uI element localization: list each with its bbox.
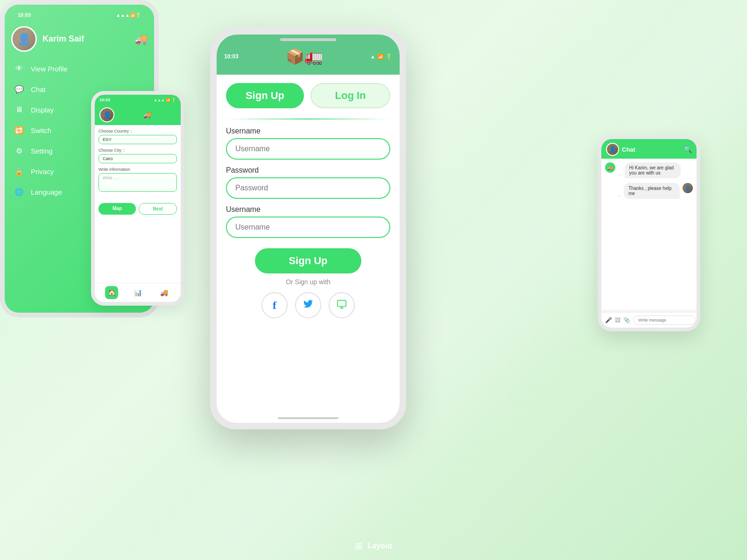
password-input[interactable] (226, 177, 390, 199)
center-time: 10:03 (224, 53, 239, 60)
other-social-icon (337, 299, 347, 312)
country-label: Choose Country :: (99, 129, 177, 133)
confirm-label: Username (226, 205, 390, 214)
overlay-time: 10:03 (99, 98, 110, 102)
form-divider (226, 119, 390, 119)
delivery-truck-icon: 📦🚛 (286, 48, 323, 65)
info-field: Write information Write ..... (99, 167, 177, 192)
gear-icon: ⚙ (14, 146, 24, 156)
display-icon: 🖥 (14, 105, 24, 115)
chat-icon: 💬 (14, 84, 24, 94)
menu-label-language: Language (31, 188, 62, 196)
twitter-icon (303, 299, 313, 312)
phone-notch (280, 38, 336, 41)
emoji-icon[interactable]: 😊 (698, 317, 700, 323)
country-field: Choose Country :: EGY (99, 129, 177, 144)
overlay-profile-row: 👤 🚚 (95, 105, 181, 125)
status-icons: ▲▲▲ 📶 🔋 (109, 9, 148, 20)
right-search-icon[interactable]: 🔍 (684, 146, 692, 153)
login-tab[interactable]: Log In (310, 83, 390, 108)
menu-label-display: Display (31, 106, 54, 114)
overlay-battery-icon: 🔋 (171, 98, 176, 102)
mic-icon[interactable]: 🎤 (605, 317, 612, 323)
country-input[interactable]: EGY (99, 135, 177, 144)
menu-label-chat: Chat (31, 85, 46, 93)
overlay-avatar: 👤 (99, 107, 114, 122)
chat-message-incoming: 🚚 ··· Hi Karim, we are glad you are with… (605, 162, 693, 178)
info-label: Write information (99, 167, 177, 172)
overlay-topbar: 10:03 ▲▲▲ 📶 🔋 (95, 95, 181, 105)
signup-tab[interactable]: Sign Up (226, 83, 304, 108)
facebook-icon: f (273, 299, 276, 312)
menu-label-switch: Switch (31, 126, 51, 134)
user-name: Karim Saif (42, 34, 129, 44)
left-time: 10:03 (11, 8, 37, 20)
or-text: Or Sign up with (226, 278, 390, 286)
truck-icon: 🚚 (135, 33, 148, 45)
right-user-avatar: 👤 (683, 183, 693, 193)
social-buttons: f (226, 292, 390, 318)
attach-icon[interactable]: 📎 (623, 317, 630, 323)
sender-icon: 🚚 (605, 162, 615, 173)
home-nav-icon[interactable]: 🏠 (105, 286, 118, 299)
center-phone: 10:03 📦🚛 ▲ 📶 🔋 Sign Up Log In Username P… (210, 28, 406, 429)
right-phone: 👤 Chat 🔍 🚚 ··· Hi Karim, we are glad you… (598, 135, 700, 331)
home-indicator (278, 417, 338, 419)
image-icon[interactable]: 🖼 (615, 317, 620, 323)
next-button[interactable]: Next (139, 203, 177, 215)
lock-icon: 🔒 (14, 166, 24, 176)
signal-icon: ▲▲▲ (116, 13, 130, 18)
overlay-buttons: Map Next (95, 199, 181, 218)
menu-item-view-profile[interactable]: 👁 View Profile (5, 58, 154, 79)
svg-rect-0 (338, 300, 346, 306)
battery-icon: 🔋 (135, 13, 141, 18)
right-topbar: 👤 Chat 🔍 (601, 139, 697, 159)
menu-label-setting: Setting (31, 147, 53, 155)
confirm-input[interactable] (226, 217, 390, 238)
overlay-content: Choose Country :: EGY Choose City :: Cai… (95, 125, 181, 199)
city-field: Choose City :: Cairo (99, 148, 177, 163)
switch-icon: 🔁 (14, 125, 24, 135)
wifi-icon: 📶 (130, 13, 135, 18)
center-screen: 10:03 📦🚛 ▲ 📶 🔋 Sign Up Log In Username P… (217, 35, 400, 423)
left-topbar: 10:03 ▲▲▲ 📶 🔋 (5, 5, 154, 21)
menu-label-view-profile: View Profile (31, 65, 68, 73)
bubble-dots-left: ··· (618, 173, 622, 177)
facebook-button[interactable]: f (261, 292, 288, 318)
other-social-button[interactable] (329, 292, 355, 318)
outgoing-bubble: Thanks , please help me (624, 183, 680, 199)
avatar-image: 👤 (13, 28, 35, 50)
info-textarea[interactable]: Write ..... (99, 173, 177, 192)
map-button[interactable]: Map (99, 203, 136, 215)
truck-nav-icon[interactable]: 🚚 (157, 286, 170, 299)
center-form: Username Password Username Sign Up Or Si… (217, 115, 400, 331)
center-logo: 📦🚛 (286, 48, 323, 65)
twitter-button[interactable] (295, 292, 321, 318)
overlay-wifi-icon: 📶 (166, 98, 170, 102)
right-avatar: 👤 (606, 143, 619, 156)
auth-tabs: Sign Up Log In (217, 75, 400, 115)
left-profile: 👤 Karim Saif 🚚 (5, 21, 154, 58)
right-input-bar: 🎤 🖼 📎 😊 (601, 312, 697, 328)
center-status-icons: ▲ 📶 🔋 (370, 54, 392, 60)
menu-label-privacy: Privacy (31, 168, 54, 175)
incoming-bubble: Hi Karim, we are glad you are with us (625, 162, 681, 178)
center-battery-icon: 🔋 (386, 54, 392, 60)
signup-button[interactable]: Sign Up (255, 248, 362, 273)
overlay-truck-icon: 🚚 (118, 111, 176, 119)
avatar: 👤 (11, 26, 37, 52)
stats-nav-icon[interactable]: 📊 (131, 286, 144, 299)
username-label: Username (226, 127, 390, 135)
chat-message-outgoing: ··· Thanks , please help me 👤 (605, 183, 693, 199)
username-input[interactable] (226, 138, 390, 160)
city-label: Choose City :: (99, 148, 177, 153)
overlay-signal-icon: ▲▲▲ (154, 98, 165, 102)
city-input[interactable]: Cairo (99, 154, 177, 163)
eye-icon: 👁 (14, 63, 24, 74)
bubble-dots-right: ··· (617, 193, 621, 198)
overlay-status-icons: ▲▲▲ 📶 🔋 (154, 98, 176, 102)
message-input[interactable] (633, 315, 696, 325)
password-label: Password (226, 166, 390, 175)
center-wifi-icon: 📶 (377, 54, 384, 60)
overlay-phone: 10:03 ▲▲▲ 📶 🔋 👤 🚚 Choose Country :: EGY … (91, 91, 184, 306)
